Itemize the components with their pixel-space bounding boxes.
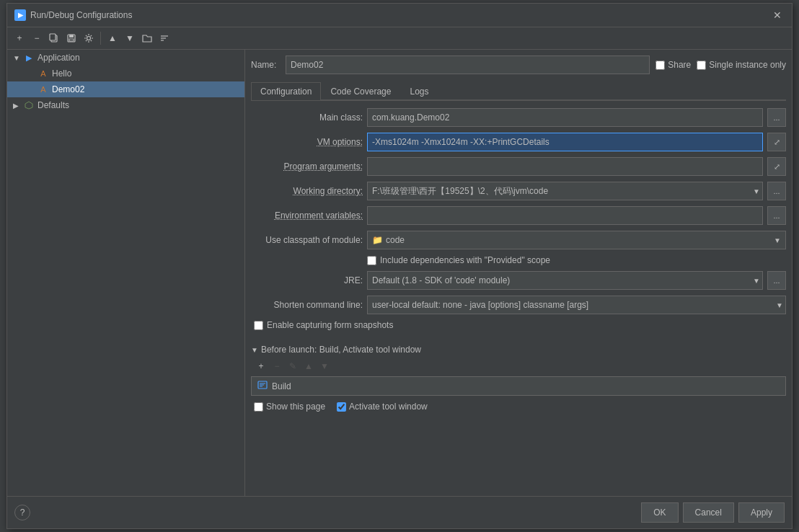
single-instance-checkbox[interactable] xyxy=(697,61,706,70)
main-class-browse[interactable]: ... xyxy=(767,108,786,127)
svg-rect-4 xyxy=(69,39,74,41)
app-icon: ▶ xyxy=(14,9,26,21)
name-label: Name: xyxy=(251,60,280,70)
title-bar: ▶ Run/Debug Configurations ✕ xyxy=(7,4,792,27)
share-checkbox-label: Share xyxy=(655,60,691,70)
tree-item-hello[interactable]: A Hello xyxy=(7,66,244,81)
svg-point-5 xyxy=(87,37,91,40)
single-instance-label: Single instance only xyxy=(697,60,786,70)
bl-down-button[interactable]: ▼ xyxy=(317,359,332,373)
toolbar-separator xyxy=(100,32,101,45)
before-launch-arrow: ▼ xyxy=(251,346,258,354)
form-snapshots-checkbox[interactable] xyxy=(254,321,263,330)
program-args-row: Program arguments: ⤢ xyxy=(251,157,786,176)
tree-label-application: Application xyxy=(37,53,80,63)
activate-window-label: Activate tool window xyxy=(337,402,428,412)
dialog-title: Run/Debug Configurations xyxy=(30,10,132,20)
jre-select[interactable]: Default (1.8 - SDK of 'code' module) xyxy=(367,271,763,290)
apply-button[interactable]: Apply xyxy=(738,502,785,523)
env-vars-browse[interactable]: ... xyxy=(767,206,786,225)
tree-arrow-defaults: ▶ xyxy=(13,102,22,110)
program-args-label: Program arguments: xyxy=(251,161,363,172)
shorten-cmd-select[interactable]: user-local default: none - java [options… xyxy=(367,296,786,314)
hello-icon: A xyxy=(37,68,49,79)
settings-button[interactable] xyxy=(81,30,97,46)
toolbar: + − ▲ ▼ xyxy=(7,27,792,50)
include-deps-text: Include dependencies with "Provided" sco… xyxy=(380,255,550,265)
main-class-row: Main class: ... xyxy=(251,108,786,127)
working-dir-browse[interactable]: ... xyxy=(767,182,786,200)
ok-button[interactable]: OK xyxy=(641,502,678,523)
vm-options-label: VM options: xyxy=(251,137,363,147)
bl-up-button[interactable]: ▲ xyxy=(301,359,316,373)
save-button[interactable] xyxy=(63,30,79,46)
program-args-input[interactable] xyxy=(367,157,763,176)
jre-browse[interactable]: ... xyxy=(767,271,786,290)
copy-button[interactable] xyxy=(46,30,62,46)
jre-label: JRE: xyxy=(251,275,363,285)
bl-add-button[interactable]: + xyxy=(254,359,268,373)
classpath-module-container[interactable]: 📁 code ▼ xyxy=(367,231,786,249)
defaults-icon xyxy=(23,99,35,111)
build-list: Build xyxy=(251,376,786,396)
demo02-icon: A xyxy=(37,84,49,95)
tree-item-defaults[interactable]: ▶ Defaults xyxy=(7,97,244,113)
show-page-checkbox[interactable] xyxy=(254,402,263,412)
tree-item-demo02[interactable]: A Demo02 xyxy=(7,81,244,97)
svg-rect-3 xyxy=(69,35,74,37)
tree-label-defaults: Defaults xyxy=(37,100,69,110)
bottom-checkboxes: Show this page Activate tool window xyxy=(251,402,786,412)
move-down-button[interactable]: ▼ xyxy=(122,30,138,46)
tab-configuration[interactable]: Configuration xyxy=(251,82,321,100)
share-label: Share xyxy=(668,60,691,70)
name-input[interactable] xyxy=(286,56,650,74)
bl-edit-button[interactable]: ✎ xyxy=(286,359,300,373)
right-panel: Name: Share Single instance only Configu… xyxy=(245,50,792,496)
build-icon xyxy=(257,380,268,392)
vm-options-input[interactable] xyxy=(367,133,763,151)
classpath-module-name: code xyxy=(386,235,405,245)
shorten-cmd-row: Shorten command line: user-local default… xyxy=(251,296,786,314)
add-button[interactable]: + xyxy=(12,30,27,46)
show-page-text: Show this page xyxy=(266,402,325,412)
main-class-label: Main class: xyxy=(251,112,363,123)
working-dir-label: Working directory: xyxy=(251,186,363,196)
tab-logs[interactable]: Logs xyxy=(400,82,438,100)
tab-code-coverage[interactable]: Code Coverage xyxy=(321,82,400,100)
before-launch-section: ▼ Before launch: Build, Activate tool wi… xyxy=(251,345,786,412)
tree-label-demo02: Demo02 xyxy=(52,84,84,94)
svg-rect-1 xyxy=(50,34,56,40)
activate-window-text: Activate tool window xyxy=(349,402,428,412)
vm-options-expand[interactable]: ⤢ xyxy=(767,133,786,151)
working-dir-row: Working directory: ▼ ... xyxy=(251,182,786,200)
form-snapshots-row: Enable capturing form snapshots xyxy=(251,320,786,330)
program-args-expand[interactable]: ⤢ xyxy=(767,157,786,176)
env-vars-label: Environment variables: xyxy=(251,210,363,221)
classpath-row: Use classpath of module: 📁 code ▼ xyxy=(251,231,786,249)
show-page-label: Show this page xyxy=(254,402,325,412)
cancel-button[interactable]: Cancel xyxy=(683,502,734,523)
close-button[interactable]: ✕ xyxy=(770,8,785,22)
list-item[interactable]: Build xyxy=(252,377,785,395)
module-folder-icon: 📁 xyxy=(372,235,383,245)
footer: ? OK Cancel Apply xyxy=(7,496,792,528)
folder-button[interactable] xyxy=(139,30,155,46)
bl-remove-button[interactable]: − xyxy=(270,359,284,373)
include-deps-row: Include dependencies with "Provided" sco… xyxy=(251,255,786,265)
share-checkbox[interactable] xyxy=(655,61,665,70)
before-launch-label: Before launch: Build, Activate tool wind… xyxy=(261,345,421,355)
env-vars-input[interactable] xyxy=(367,206,763,225)
include-deps-checkbox[interactable] xyxy=(367,256,376,265)
application-icon: ▶ xyxy=(23,52,35,63)
activate-window-checkbox[interactable] xyxy=(337,402,346,412)
tree-label-hello: Hello xyxy=(52,68,71,79)
move-up-button[interactable]: ▲ xyxy=(105,30,120,46)
sort-button[interactable] xyxy=(156,30,172,46)
help-button[interactable]: ? xyxy=(14,505,30,520)
tree-item-application[interactable]: ▼ ▶ Application xyxy=(7,50,244,66)
main-class-input[interactable] xyxy=(367,108,763,127)
before-launch-header[interactable]: ▼ Before launch: Build, Activate tool wi… xyxy=(251,345,786,355)
working-dir-input[interactable] xyxy=(367,182,763,200)
jre-row: JRE: Default (1.8 - SDK of 'code' module… xyxy=(251,271,786,290)
remove-button[interactable]: − xyxy=(29,30,45,46)
